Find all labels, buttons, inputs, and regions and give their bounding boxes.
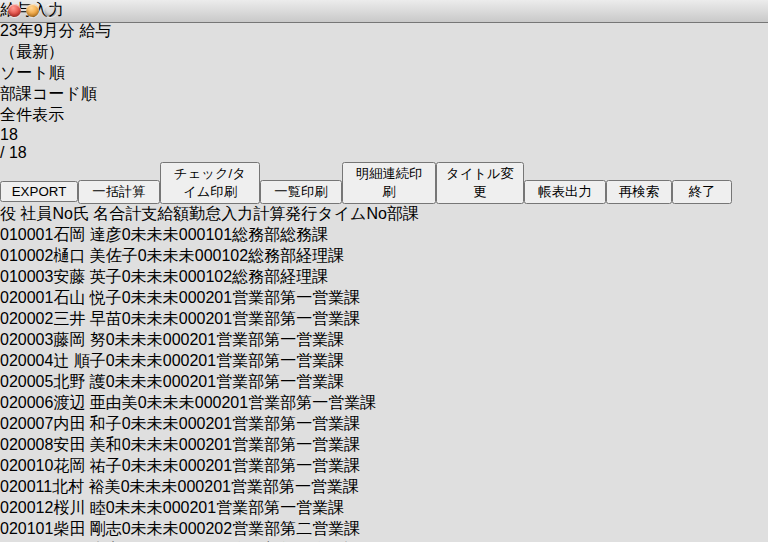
attendance-status-cell: 未 bbox=[131, 310, 147, 327]
total-pay-cell: 0 bbox=[122, 436, 131, 453]
dept-name-cell: 総務部 bbox=[232, 226, 280, 243]
employee-name-cell: 三井 早苗 bbox=[53, 310, 121, 327]
sort-order-dropdown[interactable]: 部課コード順 bbox=[0, 84, 768, 105]
research-button[interactable]: 再検索 bbox=[606, 180, 672, 204]
close-icon[interactable] bbox=[8, 4, 21, 17]
minimize-icon[interactable] bbox=[26, 4, 39, 17]
section-name-cell: 第一営業課 bbox=[280, 457, 360, 474]
title-bar[interactable]: 給与入力 bbox=[0, 0, 768, 23]
section-name-cell: 総務課 bbox=[280, 226, 328, 243]
issue-status-cell: 未 bbox=[163, 436, 179, 453]
employee-no-cell: 020005 bbox=[0, 373, 53, 390]
quit-button[interactable]: 終了 bbox=[672, 180, 732, 204]
latest-status: （最新） bbox=[0, 42, 768, 63]
table-row[interactable]: 020012桜川 睦0未未未000201営業部第一営業課 bbox=[0, 498, 768, 519]
display-filter-value: 全件表示 bbox=[0, 106, 64, 123]
export-button[interactable]: EXPORT bbox=[0, 181, 78, 202]
employee-no-cell: 020012 bbox=[0, 499, 53, 516]
dept-name-cell: 営業部 bbox=[232, 436, 280, 453]
issue-status-cell: 未 bbox=[163, 415, 179, 432]
section-name-cell: 第一営業課 bbox=[280, 289, 360, 306]
total-pay-cell: 0 bbox=[106, 373, 115, 390]
time-no-cell: 0 bbox=[163, 499, 172, 516]
list-print-button[interactable]: 一覧印刷 bbox=[260, 180, 342, 204]
table-row[interactable]: 010002樋口 美佐子0未未未000102総務部経理課 bbox=[0, 246, 768, 267]
table-row[interactable]: 010001石岡 達彦0未未未000101総務部総務課 bbox=[0, 225, 768, 246]
report-output-button[interactable]: 帳表出力 bbox=[524, 180, 606, 204]
section-name-cell: 第一営業課 bbox=[264, 331, 344, 348]
table-row[interactable]: 020003藤岡 努0未未未000201営業部第一営業課 bbox=[0, 330, 768, 351]
dept-code-cell: 00201 bbox=[204, 394, 249, 411]
time-no-cell: 0 bbox=[179, 289, 188, 306]
sort-order-label: ソート順 bbox=[0, 63, 768, 84]
total-pay-cell: 0 bbox=[122, 268, 131, 285]
section-name-cell: 第一営業課 bbox=[279, 478, 359, 495]
attendance-status-cell: 未 bbox=[131, 436, 147, 453]
dept-code-cell: 00201 bbox=[188, 457, 233, 474]
section-name-cell: 第一営業課 bbox=[280, 310, 360, 327]
column-header: 合計支給額 bbox=[109, 205, 189, 222]
zoom-icon[interactable] bbox=[44, 4, 57, 17]
attendance-status-cell: 未 bbox=[130, 478, 146, 495]
title-change-button[interactable]: タイトル変更 bbox=[436, 162, 524, 204]
employee-no-cell: 010003 bbox=[0, 268, 53, 285]
column-header: 部課 bbox=[387, 205, 419, 222]
employee-name-cell: 藤岡 努 bbox=[53, 331, 105, 348]
time-no-cell: 0 bbox=[163, 373, 172, 390]
calc-status-cell: 未 bbox=[163, 247, 179, 264]
table-row[interactable]: 020004辻 順子0未未未000201営業部第一営業課 bbox=[0, 351, 768, 372]
issue-status-cell: 未 bbox=[163, 268, 179, 285]
toolbar-row-1: 給与一覧 23年9月分 給与 （最新） ソート順 部課コード順 全件表示 18 … bbox=[0, 0, 768, 162]
employee-name-cell: 北村 裕美 bbox=[52, 478, 120, 495]
section-name-cell: 第一営業課 bbox=[280, 415, 360, 432]
employee-no-cell: 020004 bbox=[0, 352, 53, 369]
table-row[interactable]: 020008安田 美和0未未未000201営業部第一営業課 bbox=[0, 435, 768, 456]
calc-status-cell: 未 bbox=[163, 394, 179, 411]
issue-status-cell: 未 bbox=[163, 520, 179, 537]
attendance-status-cell: 未 bbox=[115, 373, 131, 390]
calc-status-cell: 未 bbox=[147, 268, 163, 285]
dept-code-cell: 00201 bbox=[188, 436, 233, 453]
table-row[interactable]: 020001石山 悦子0未未未000201営業部第一営業課 bbox=[0, 288, 768, 309]
issue-status-cell: 未 bbox=[163, 457, 179, 474]
table-row[interactable]: 020007内田 和子0未未未000201営業部第一営業課 bbox=[0, 414, 768, 435]
employee-name-cell: 石山 悦子 bbox=[53, 289, 121, 306]
dept-name-cell: 営業部 bbox=[216, 499, 264, 516]
sort-order-value: 部課コード順 bbox=[0, 85, 97, 102]
calc-status-cell: 未 bbox=[147, 520, 163, 537]
employee-name-cell: 樋口 美佐子 bbox=[53, 247, 137, 264]
section-name-cell: 第一営業課 bbox=[296, 394, 376, 411]
dept-name-cell: 営業部 bbox=[232, 289, 280, 306]
table-row[interactable]: 020006渡辺 亜由美0未未未000201営業部第一営業課 bbox=[0, 393, 768, 414]
time-no-cell: 0 bbox=[195, 247, 204, 264]
check-time-print-button[interactable]: チェック/タイム印刷 bbox=[160, 162, 260, 204]
employee-no-cell: 020006 bbox=[0, 394, 53, 411]
table-row[interactable]: 020101柴田 剛志0未未未000202営業部第二営業課 bbox=[0, 519, 768, 540]
dept-name-cell: 営業部 bbox=[232, 310, 280, 327]
table-row[interactable]: 010003安藤 英子0未未未000102総務部経理課 bbox=[0, 267, 768, 288]
employee-name-cell: 石岡 達彦 bbox=[53, 226, 121, 243]
detail-continuous-print-button[interactable]: 明細連続印刷 bbox=[342, 162, 436, 204]
column-header: 勤怠入力 bbox=[189, 205, 253, 222]
batch-calc-button[interactable]: 一括計算 bbox=[78, 180, 160, 204]
employee-no-cell: 020101 bbox=[0, 520, 53, 537]
column-header: 社員No bbox=[20, 205, 72, 222]
employee-name-cell: 柴田 剛志 bbox=[53, 520, 121, 537]
time-no-cell: 0 bbox=[179, 310, 188, 327]
record-count-field[interactable]: 18 bbox=[0, 126, 768, 144]
employee-no-cell: 020007 bbox=[0, 415, 53, 432]
attendance-status-cell: 未 bbox=[131, 457, 147, 474]
dept-code-cell: 00201 bbox=[188, 415, 233, 432]
issue-status-cell: 未 bbox=[163, 310, 179, 327]
display-filter-dropdown[interactable]: 全件表示 bbox=[0, 105, 768, 126]
table-row[interactable]: 020011北村 裕美0未未未000201営業部第一営業課 bbox=[0, 477, 768, 498]
clipped-column-header: 役 bbox=[0, 205, 16, 222]
toolbar-row-2: EXPORT一括計算チェック/タイム印刷一覧印刷明細連続印刷タイトル変更帳表出力… bbox=[0, 162, 768, 204]
attendance-status-cell: 未 bbox=[131, 520, 147, 537]
employee-name-cell: 桜川 睦 bbox=[53, 499, 105, 516]
table-row[interactable]: 020005北野 護0未未未000201営業部第一営業課 bbox=[0, 372, 768, 393]
table-row[interactable]: 020002三井 早苗0未未未000201営業部第一営業課 bbox=[0, 309, 768, 330]
calc-status-cell: 未 bbox=[147, 226, 163, 243]
table-row[interactable]: 020010花岡 祐子0未未未000201営業部第一営業課 bbox=[0, 456, 768, 477]
attendance-status-cell: 未 bbox=[115, 352, 131, 369]
